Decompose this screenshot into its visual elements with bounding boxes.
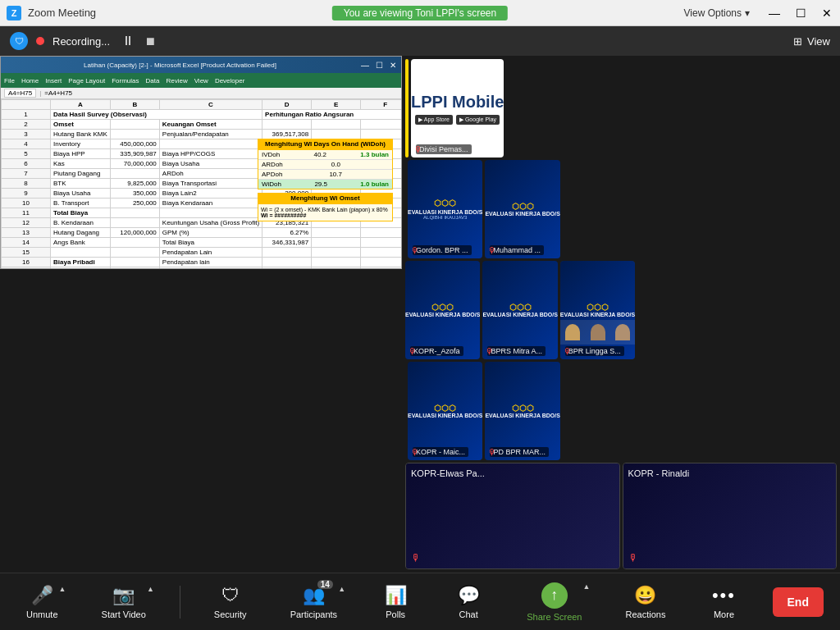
title-bar-left: Z Zoom Meeting — [0, 6, 96, 21]
kopr-azofa-eval-text: EVALUASI KINERJA BDO/S — [405, 312, 480, 317]
participants-caret[interactable]: ▲ — [338, 585, 345, 593]
bpr-lingga-room — [560, 320, 635, 345]
participants-count: 14 — [317, 580, 333, 589]
kopr-rinaldi-bg — [623, 463, 837, 568]
pd-bpr-logo: ⬡⬡⬡ — [512, 404, 534, 413]
ribbon-insert[interactable]: Insert — [45, 77, 62, 84]
ribbon-home[interactable]: Home — [21, 77, 39, 84]
participants-button[interactable]: 👥 14 ▲ Participants — [281, 580, 347, 624]
reactions-button[interactable]: 😀 Reactions — [616, 580, 676, 624]
kopr-rinaldi-label: KOPR - Rinaldi — [628, 468, 690, 478]
participant-tile-muhammad[interactable]: ⬡⬡⬡ EVALUASI KINERJA BDO/S Muhammad ... … — [485, 160, 559, 258]
share-caret[interactable]: ▲ — [583, 582, 591, 591]
ribbon-review[interactable]: Review — [166, 77, 187, 84]
video-caret[interactable]: ▲ — [147, 585, 154, 593]
excel-titlebar: Latihan (Capacity) [2-] - Microsoft Exce… — [1, 57, 401, 73]
ribbon-formulas[interactable]: Formulas — [112, 77, 139, 84]
chevron-down-icon: ▾ — [745, 7, 750, 19]
participants-section: EVALUASI KINERJA BDO/S Toni LPPI 🎙 LPPI … — [402, 56, 840, 573]
muhammad-mic-icon: 🎙 — [488, 246, 496, 255]
kopr-maic-eval-text: EVALUASI KINERJA BDO/S — [408, 413, 482, 418]
pd-bpr-eval-text: EVALUASI KINERJA BDO/S — [485, 413, 559, 418]
participant-tile-kopr-maic[interactable]: ⬡⬡⬡ EVALUASI KINERJA BDO/S KOPR - Maic..… — [408, 362, 482, 460]
ribbon-file[interactable]: File — [4, 77, 15, 84]
table-row: 3Hutang Bank KMKPenjualan/Pendapatan369,… — [2, 130, 402, 139]
formula-content[interactable]: =A4+H75 — [44, 89, 398, 97]
gordon-mic-icon: 🎙 — [411, 246, 419, 255]
participant-tile-pd-bpr[interactable]: ⬡⬡⬡ EVALUASI KINERJA BDO/S PD BPR MAR...… — [485, 362, 559, 460]
security-button[interactable]: 🛡 Security — [204, 580, 257, 624]
kopr-maic-name: KOPR - Maic... — [413, 447, 468, 457]
start-video-button[interactable]: 📷 ▲ Start Video — [92, 580, 156, 624]
maximize-button[interactable]: ☐ — [788, 0, 814, 26]
polls-button[interactable]: 📊 Polls — [371, 580, 420, 624]
calc-row-widoh: WiDoh29.51.0 bulan — [258, 180, 392, 189]
view-options-button[interactable]: View Options ▾ — [676, 7, 758, 19]
more-label: More — [714, 609, 734, 619]
calc-box-widoh: Menghitung WI Days On Hand (WiDoh) IVDoh… — [258, 139, 393, 221]
recording-bar: 🛡 Recording... ⏸ ⏹ ⊞ View — [0, 26, 840, 56]
participant-tile-bprs-mitra[interactable]: ⬡⬡⬡ EVALUASI KINERJA BDO/S BPRS Mitra A.… — [482, 261, 557, 359]
excel-minimize[interactable]: — — [361, 61, 369, 70]
share-screen-button[interactable]: ↑ ▲ Share Screen — [517, 578, 591, 627]
security-shield-icon: 🛡 — [10, 32, 28, 50]
bpr-lingga-bg: ⬡⬡⬡ EVALUASI KINERJA BDO/S — [560, 261, 635, 359]
kopr-rinaldi-tile[interactable]: KOPR - Rinaldi 🎙 — [623, 463, 838, 569]
excel-close[interactable]: ✕ — [390, 61, 396, 70]
bottom-participants-row: KOPR-Elwas Pa... 🎙 KOPR - Rinaldi 🎙 — [405, 463, 837, 569]
table-row: 17B. RT4,600,000Net Income23,185,321 — [2, 267, 402, 269]
kopr-maic-logo: ⬡⬡⬡ — [434, 404, 456, 413]
formula-bar: A4=H75 | =A4+H75 — [1, 88, 401, 99]
calc-box2-title: Menghitung Wi Omset — [258, 193, 393, 203]
store-badges: ▶ App Store ▶ Google Play — [415, 115, 500, 125]
close-button[interactable]: ✕ — [814, 0, 840, 26]
excel-ribbon: File Home Insert Page Layout Formulas Da… — [1, 73, 401, 88]
spreadsheet-content[interactable]: A B C D E F G H I J 1Data H — [1, 99, 401, 268]
stop-recording-button[interactable]: ⏹ — [144, 34, 156, 48]
share-screen-icon-bg: ↑ — [541, 582, 568, 609]
bpr-lingga-logo: ⬡⬡⬡ — [587, 303, 609, 312]
more-button[interactable]: ••• More — [699, 580, 748, 624]
view-button[interactable]: ⊞ View — [793, 35, 830, 48]
table-row: 15Pendapatan Lain — [2, 248, 402, 258]
pd-bpr-name: PD BPR MAR... — [490, 447, 549, 457]
ribbon-developer[interactable]: Developer — [215, 77, 244, 84]
participant-tile-divisi[interactable]: LPPI Mobile ▶ App Store ▶ Google Play Di… — [411, 59, 504, 158]
recording-indicator — [36, 37, 44, 45]
kopr-elwas-tile[interactable]: KOPR-Elwas Pa... 🎙 — [405, 463, 620, 569]
kopr-azofa-mic-icon: 🎙 — [409, 347, 417, 356]
chat-button[interactable]: 💬 Chat — [444, 580, 493, 624]
divisi-name: Divisi Pemas... — [416, 144, 472, 154]
participant-tile-toni[interactable]: EVALUASI KINERJA BDO/S Toni LPPI 🎙 — [405, 59, 409, 158]
toni-body — [405, 114, 409, 135]
calc-box-content: IVDoh40.21.3 bulan ARDoh0.0 APDoh10.7 Wi… — [258, 149, 393, 189]
ribbon-view[interactable]: View — [194, 77, 208, 84]
more-dots-icon: ••• — [712, 585, 736, 606]
ribbon-data[interactable]: Data — [146, 77, 160, 84]
chat-label: Chat — [459, 609, 478, 619]
unmute-caret[interactable]: ▲ — [59, 585, 66, 593]
title-bar: Z Zoom Meeting You are viewing Toni LPPI… — [0, 0, 840, 26]
excel-title: Latihan (Capacity) [2-] - Microsoft Exce… — [6, 62, 354, 69]
cell-reference[interactable]: A4=H75 — [4, 89, 36, 98]
unmute-button[interactable]: 🎤 ⊘ ▲ Unmute — [16, 580, 68, 624]
lppi-logo-container: LPPI Mobile ▶ App Store ▶ Google Play — [411, 59, 504, 158]
pause-recording-button[interactable]: ⏸ — [121, 34, 135, 48]
polls-label: Polls — [386, 609, 405, 619]
participant-tile-bpr-lingga[interactable]: ⬡⬡⬡ EVALUASI KINERJA BDO/S BPR Lingga S.… — [560, 261, 635, 359]
end-meeting-button[interactable]: End — [773, 587, 824, 617]
kopr-maic-bg: ⬡⬡⬡ EVALUASI KINERJA BDO/S — [408, 362, 482, 460]
bpr-lingga-mic-icon: 🎙 — [564, 347, 572, 356]
kopr-azofa-name: KOPR-_Azofa — [410, 346, 463, 356]
ribbon-pagelayout[interactable]: Page Layout — [68, 77, 105, 84]
unmute-label: Unmute — [26, 609, 58, 619]
gordon-logo: ⬡⬡⬡ — [434, 199, 456, 208]
table-row: 13Hutang Dagang120,000,000GPM (%)6.27% — [2, 228, 402, 238]
gordon-name: Gordon. BPR ... — [413, 245, 472, 255]
excel-maximize[interactable]: ☐ — [376, 61, 383, 70]
minimize-button[interactable]: — — [761, 0, 788, 26]
participant-tile-gordon[interactable]: ⬡⬡⬡ EVALUASI KINERJA BDO/S ALQIBHI IKAUJ… — [408, 160, 482, 258]
participant-tile-kopr-azofa[interactable]: ⬡⬡⬡ EVALUASI KINERJA BDO/S KOPR-_Azofa 🎙 — [405, 261, 480, 359]
participants-row-2: Bang Ren - A... 🎙 ⬡⬡⬡ EVALUASI KINERJA B… — [405, 160, 837, 258]
grid-icon: ⊞ — [793, 35, 802, 48]
